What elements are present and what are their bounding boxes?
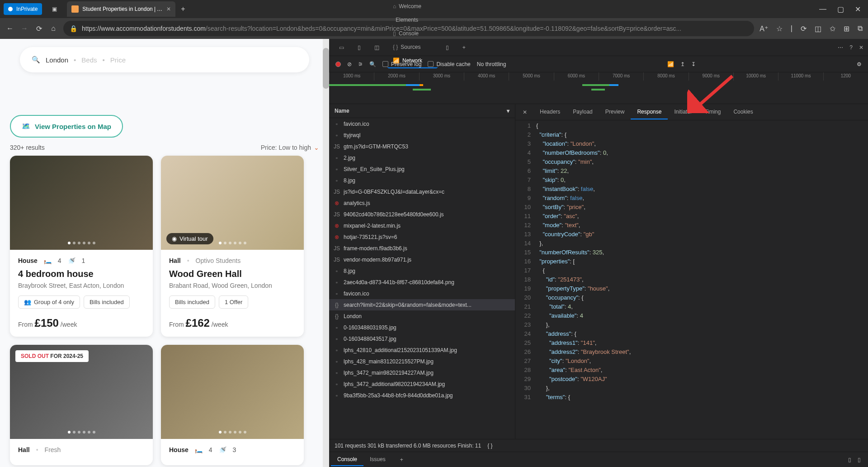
dock-icon[interactable]: ◫ <box>369 41 385 54</box>
more-icon[interactable]: ⋯ <box>838 44 843 51</box>
request-row[interactable]: ▫favicon.ico <box>329 118 515 129</box>
property-card[interactable]: House 🛏️4 🚿3 <box>161 345 304 465</box>
request-row[interactable]: ▫9ba3f5bb-25a3-44b8-bfc9-844d0ddbe01a.jp… <box>329 390 515 401</box>
chevron-down-icon: ⌄ <box>314 144 319 151</box>
devtools-tab-welcome[interactable]: ⌂ Welcome <box>387 0 438 13</box>
property-photo[interactable]: ◉Virtual tour <box>161 156 304 250</box>
property-card[interactable]: House 🛏️4 🚿1 4 bedroom house Braybrook S… <box>10 156 153 337</box>
request-row[interactable]: ⊗hotjar-735121.js?sv=6 <box>329 231 515 243</box>
request-row[interactable]: {}search?limit=22&skip=0&random=false&mo… <box>329 299 515 310</box>
search-icon[interactable]: 🔍 <box>369 61 376 67</box>
collections-icon[interactable]: ⊞ <box>844 24 849 33</box>
request-row[interactable]: {}London <box>329 310 515 322</box>
minimize-button[interactable]: — <box>819 5 826 14</box>
detail-tab-preview[interactable]: Preview <box>599 105 631 119</box>
help-icon[interactable]: ? <box>849 44 853 51</box>
add-tab-icon[interactable]: + <box>457 41 471 54</box>
property-photo[interactable] <box>10 156 153 250</box>
wifi-icon[interactable]: 📶 <box>667 61 674 67</box>
maximize-button[interactable]: ▢ <box>837 5 844 14</box>
network-timeline[interactable]: 1000 ms2000 ms3000 ms4000 ms5000 ms6000 … <box>329 72 868 104</box>
browser-tab-active[interactable]: Student Properties in London | Ac ✕ <box>67 1 175 17</box>
detail-tab-payload[interactable]: Payload <box>566 105 599 119</box>
add-drawer-tab[interactable]: + <box>394 454 410 466</box>
inspect-icon[interactable]: ▭ <box>334 41 349 54</box>
virtual-tour-badge[interactable]: ◉Virtual tour <box>166 233 213 244</box>
extensions-icon[interactable]: ⧉ <box>858 24 863 33</box>
column-menu-icon[interactable]: ▾ <box>507 108 509 114</box>
request-row[interactable]: JSframe-modern.f9adb3b6.js <box>329 243 515 254</box>
close-window-button[interactable]: ✕ <box>855 5 861 14</box>
name-header[interactable]: Name <box>335 108 349 114</box>
request-row[interactable]: ▫lphs_428_main831202215527PM.jpg <box>329 356 515 367</box>
request-row[interactable]: ▫lphs_3472_main98202194227AM.jpg <box>329 367 515 378</box>
request-row[interactable]: ▫8.jpg <box>329 265 515 276</box>
detail-tab-timing[interactable]: Timing <box>698 105 727 119</box>
request-row[interactable]: ▫2.jpg <box>329 152 515 163</box>
throttling-dropdown[interactable]: No throttling <box>477 61 506 67</box>
property-photo[interactable] <box>161 345 304 439</box>
request-row[interactable]: ▫Silver_En_Suite_Plus.jpg <box>329 163 515 175</box>
close-devtools-icon[interactable]: ✕ <box>859 44 863 51</box>
request-row[interactable]: JSjs?id=G-0BF4SZKLQJ&l=dataLayer&cx=c <box>329 186 515 197</box>
page-scrollbar[interactable] <box>323 39 329 467</box>
view-map-button[interactable]: 🗺️ View Properties on Map <box>10 115 123 138</box>
back-button[interactable]: ← <box>5 24 14 33</box>
workspaces-icon[interactable]: ▣ <box>47 1 61 17</box>
devtools-tab-console[interactable]: ▯ Console <box>387 27 438 40</box>
inprivate-badge[interactable]: InPrivate <box>4 3 42 15</box>
upload-icon[interactable]: ↥ <box>680 61 685 67</box>
preserve-log-checkbox[interactable]: Preserve log <box>382 61 421 67</box>
property-card[interactable]: SOLD OUT FOR 2024-25 Hall • Fresh <box>10 345 153 465</box>
read-aloud-icon[interactable]: A⁺ <box>760 24 768 33</box>
favorite-icon[interactable]: ☆ <box>776 24 783 33</box>
drawer-tab-issues[interactable]: Issues <box>363 453 392 466</box>
request-row[interactable]: ▫2aec4d0a-d873-441b-8f67-c86810defa84.pn… <box>329 276 515 288</box>
favorites-icon[interactable]: ✩ <box>830 24 835 33</box>
drawer-icon-2[interactable]: ▯ <box>858 457 861 463</box>
request-row[interactable]: ⊗analytics.js <box>329 197 515 209</box>
request-row[interactable]: ▫8.jpg <box>329 175 515 186</box>
json-line: 26 "address2": "Braybrook Street", <box>515 348 868 357</box>
close-detail-icon[interactable]: ✕ <box>518 109 532 115</box>
devtools-tab-elements[interactable]: Elements <box>387 13 438 27</box>
more-tabs-icon[interactable]: ▯ <box>440 41 454 54</box>
request-row[interactable]: ▫favicon.ico <box>329 288 515 299</box>
property-photo[interactable]: SOLD OUT FOR 2024-25 <box>10 345 153 439</box>
detail-tab-cookies[interactable]: Cookies <box>727 105 759 119</box>
detail-tab-response[interactable]: Response <box>631 105 668 119</box>
download-icon[interactable]: ↧ <box>691 61 696 67</box>
drawer-tab-console[interactable]: Console <box>331 453 363 466</box>
search-pill[interactable]: 🔍 London • Beds • Price <box>20 47 309 72</box>
disable-cache-checkbox[interactable]: Disable cache <box>428 61 470 67</box>
request-row[interactable]: ▫0-1603488031935.jpg <box>329 322 515 333</box>
split-icon[interactable]: ◫ <box>815 24 821 33</box>
sync-icon[interactable]: ⟳ <box>801 24 807 33</box>
request-row[interactable]: ▫0-1603488043517.jpg <box>329 333 515 344</box>
clear-button[interactable]: ⊘ <box>347 61 352 67</box>
devtools-tab-sources[interactable]: { } Sources <box>387 40 438 54</box>
response-body[interactable]: 1{2 "criteria": {3 "location": "London",… <box>515 120 868 439</box>
device-icon[interactable]: ▯ <box>352 41 366 54</box>
request-row[interactable]: ▫lphs_3472_additional98202194234AM.jpg <box>329 378 515 390</box>
request-row[interactable]: ⊗mixpanel-2-latest.min.js <box>329 220 515 231</box>
request-row[interactable]: ▫ttyjrwql <box>329 129 515 141</box>
settings-gear-icon[interactable]: ⚙ <box>857 61 862 67</box>
request-row[interactable]: JS94062cd40b786b2128ee5480fd0ee600.js <box>329 209 515 220</box>
new-tab-button[interactable]: + <box>181 5 185 13</box>
detail-tab-headers[interactable]: Headers <box>533 105 566 119</box>
request-row[interactable]: JSgtm.js?id=GTM-MRTQC53 <box>329 141 515 152</box>
request-row[interactable]: JSvendor-modern.8b97a971.js <box>329 254 515 265</box>
sold-out-badge: SOLD OUT FOR 2024-25 <box>15 350 89 362</box>
record-button[interactable] <box>335 62 341 67</box>
close-tab-icon[interactable]: ✕ <box>166 6 171 12</box>
refresh-button[interactable]: ⟳ <box>34 24 43 33</box>
detail-tab-initiator[interactable]: Initiator <box>668 105 698 119</box>
request-row[interactable]: ▫lphs_42810_additional21520231051339AM.j… <box>329 344 515 356</box>
property-card[interactable]: ◉Virtual tour Hall • Optivo Students Woo… <box>161 156 304 337</box>
home-button[interactable]: ⌂ <box>49 24 58 33</box>
sort-dropdown[interactable]: Price: Low to high ⌄ <box>261 144 319 151</box>
filter-icon[interactable]: ⚞ <box>358 61 363 67</box>
err-icon: ⊗ <box>334 200 340 206</box>
drawer-icon-1[interactable]: ▯ <box>848 457 851 463</box>
